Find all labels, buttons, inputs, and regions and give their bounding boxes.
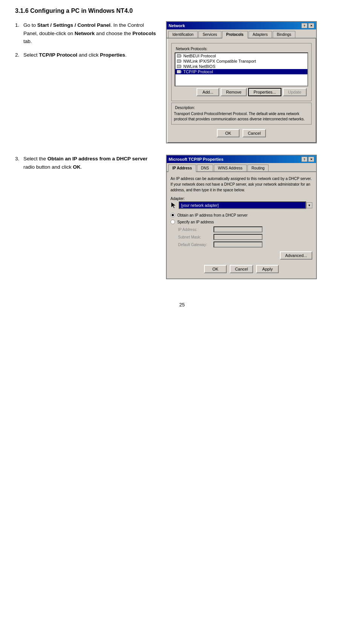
radio-dhcp-label: Obtain an IP address from a DHCP server	[177, 213, 247, 217]
ip-address-label: IP Address:	[178, 228, 212, 232]
tcpip-adapter-row: [your network adapter] ▼	[170, 202, 312, 209]
gateway-label: Default Gateway:	[178, 243, 212, 247]
tab-adapters[interactable]: Adapters	[249, 31, 272, 38]
step-3: 3. Select the Obtain an IP address from …	[15, 155, 158, 171]
protocols-listbox[interactable]: NetBEUI Protocol NWLink I	[175, 52, 308, 86]
tcpip-body: An IP address can be automatically assig…	[167, 172, 316, 278]
adapter-value: [your network adapter]	[181, 203, 219, 208]
tcpip-close-button[interactable]: ✕	[308, 157, 314, 162]
gateway-row: Default Gateway:	[178, 242, 312, 248]
advanced-button[interactable]: Advanced...	[280, 251, 312, 260]
nwlink-ipx-icon	[177, 59, 182, 63]
svg-rect-11	[177, 65, 180, 68]
gateway-input[interactable]	[213, 242, 263, 248]
step-1: 1. Go to Start / Settings / Control Pane…	[15, 21, 158, 46]
tcpip-adapter-label: Adapter:	[170, 197, 312, 201]
page-title: 3.1.6 Configuring a PC in Windows NT4.0	[15, 8, 349, 14]
network-dialog-titlebar: Network ? ✕	[167, 22, 316, 29]
radio-specify-label: Specify an IP address	[177, 220, 214, 224]
network-protocols-group: Network Protocols: NetBEUI	[171, 43, 312, 101]
nwlink-netbios-icon	[177, 64, 182, 69]
page-number: 25	[15, 302, 349, 308]
protocol-nwlink-netbios[interactable]: NWLink NetBIOS	[175, 64, 307, 69]
svg-rect-6	[177, 60, 180, 62]
network-ok-button[interactable]: OK	[217, 129, 240, 137]
close-button[interactable]: ✕	[308, 23, 314, 28]
advanced-row: Advanced...	[170, 249, 312, 262]
tcpip-fields: IP Address: Subnet Mask: Default Gateway…	[178, 226, 312, 248]
add-button[interactable]: Add...	[197, 88, 219, 96]
netbeui-label: NetBEUI Protocol	[183, 54, 216, 58]
network-dialog-body: Network Protocols: NetBEUI	[167, 38, 316, 143]
titlebar-buttons: ? ✕	[301, 23, 314, 28]
tcpip-bottom-buttons: OK Cancel Apply	[170, 262, 312, 275]
adapter-dropdown[interactable]: [your network adapter]	[179, 202, 306, 209]
ip-address-row: IP Address:	[178, 226, 312, 232]
description-group: Description: Transport Control Protocol/…	[171, 103, 312, 125]
tcpip-tabs: IP Address DNS WINS Address Routing	[167, 163, 316, 172]
protocol-tcpip[interactable]: TCP/IP Protocol	[175, 69, 307, 74]
radio-specify[interactable]: Specify an IP address	[170, 220, 312, 224]
tab-protocols[interactable]: Protocols	[222, 31, 248, 38]
dropdown-arrow-icon[interactable]: ▼	[306, 202, 312, 208]
step-2: 2. Select TCP/IP Protocol and click Prop…	[15, 51, 158, 59]
properties-button[interactable]: Properties...	[248, 88, 281, 96]
help-button[interactable]: ?	[301, 23, 307, 28]
protocols-group-label: Network Protocols:	[175, 47, 209, 51]
description-text: Transport Control Protocol/Internet Prot…	[174, 111, 309, 122]
tcpip-dialog-title: Microsoft TCP/IP Properties	[169, 157, 223, 162]
svg-rect-1	[177, 55, 180, 57]
protocol-netbeui[interactable]: NetBEUI Protocol	[175, 53, 307, 58]
subnet-mask-row: Subnet Mask:	[178, 234, 312, 240]
tcpip-titlebar: Microsoft TCP/IP Properties ? ✕	[167, 155, 316, 163]
protocol-nwlink-ipx[interactable]: NWLink IPX/SPX Compatible Transport	[175, 58, 307, 64]
subnet-mask-input[interactable]	[213, 234, 263, 240]
network-cancel-button[interactable]: Cancel	[243, 129, 266, 137]
tcpip-apply-button[interactable]: Apply	[256, 265, 279, 273]
ip-address-input[interactable]	[213, 226, 263, 232]
netbeui-icon	[177, 54, 182, 58]
svg-rect-16	[177, 71, 180, 73]
tcpip-dialog: Microsoft TCP/IP Properties ? ✕ IP Addre…	[166, 155, 317, 279]
tab-dns[interactable]: DNS	[197, 165, 213, 171]
tcpip-info-text: An IP address can be automatically assig…	[170, 176, 312, 193]
svg-marker-20	[171, 202, 176, 208]
tab-ip-address[interactable]: IP Address	[168, 165, 196, 172]
cursor-arrow-icon	[170, 202, 177, 208]
network-bottom-buttons: OK Cancel	[170, 126, 313, 140]
nwlink-ipx-label: NWLink IPX/SPX Compatible Transport	[183, 59, 256, 63]
subnet-mask-label: Subnet Mask:	[178, 235, 212, 239]
network-dialog: Network ? ✕ Identification Services Prot…	[166, 21, 317, 143]
update-button[interactable]: Update	[283, 88, 307, 96]
tcpip-help-button[interactable]: ?	[301, 157, 307, 162]
tcpip-titlebar-buttons: ? ✕	[301, 157, 314, 162]
network-dialog-title: Network	[169, 23, 185, 28]
tab-services[interactable]: Services	[198, 31, 221, 38]
radio-dhcp[interactable]: Obtain an IP address from a DHCP server	[170, 213, 312, 217]
tab-identification[interactable]: Identification	[168, 31, 198, 38]
tcpip-cancel-button[interactable]: Cancel	[230, 265, 253, 273]
radio-dhcp-button[interactable]	[170, 213, 175, 217]
protocol-action-buttons: Add... Remove Properties... Update	[175, 86, 308, 98]
tcpip-icon	[177, 69, 182, 74]
description-label: Description:	[174, 106, 196, 110]
tab-routing[interactable]: Routing	[247, 165, 269, 171]
radio-specify-button[interactable]	[170, 220, 175, 224]
nwlink-netbios-label: NWLink NetBIOS	[183, 64, 215, 69]
tab-wins[interactable]: WINS Address	[214, 165, 247, 171]
tcpip-ok-button[interactable]: OK	[204, 265, 227, 273]
network-tabs: Identification Services Protocols Adapte…	[167, 29, 316, 38]
remove-button[interactable]: Remove	[221, 88, 247, 96]
tab-bindings[interactable]: Bindings	[273, 31, 295, 38]
tcpip-label: TCP/IP Protocol	[183, 69, 213, 74]
